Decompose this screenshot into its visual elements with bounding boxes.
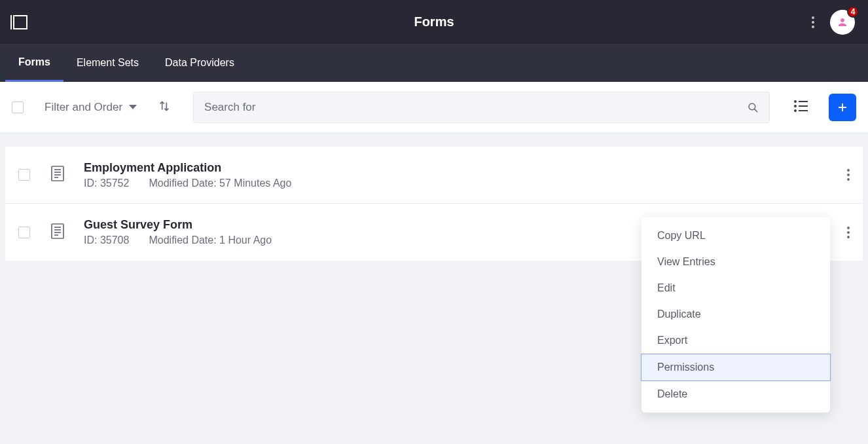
svg-rect-10 bbox=[52, 166, 63, 181]
filter-order-button[interactable]: Filter and Order bbox=[45, 101, 137, 114]
header-bar: Forms 4 bbox=[0, 0, 868, 44]
select-all-checkbox[interactable] bbox=[12, 102, 24, 113]
tab-forms[interactable]: Forms bbox=[5, 44, 63, 82]
context-menu: Copy URL View Entries Edit Duplicate Exp… bbox=[642, 217, 830, 413]
row-actions-menu[interactable] bbox=[847, 227, 850, 238]
search-icon bbox=[747, 102, 759, 113]
row-id: ID: 35752 bbox=[84, 177, 146, 189]
page-title: Forms bbox=[414, 14, 454, 29]
menu-duplicate[interactable]: Duplicate bbox=[642, 301, 830, 327]
header-kebab-menu[interactable] bbox=[812, 16, 814, 28]
row-content: Guest Survey Form ID: 35708 Modified Dat… bbox=[84, 218, 272, 246]
filter-order-label: Filter and Order bbox=[45, 101, 122, 114]
row-actions-menu[interactable] bbox=[847, 169, 850, 181]
tab-element-sets[interactable]: Element Sets bbox=[63, 44, 152, 82]
row-modified: Modified Date: 57 Minutes Ago bbox=[149, 177, 291, 189]
menu-delete[interactable]: Delete bbox=[642, 381, 830, 407]
header-actions: 4 bbox=[812, 10, 855, 35]
menu-view-entries[interactable]: View Entries bbox=[642, 249, 830, 275]
user-menu[interactable]: 4 bbox=[830, 10, 855, 35]
view-toggle-button[interactable] bbox=[793, 98, 809, 117]
search-box[interactable] bbox=[193, 92, 770, 123]
row-id: ID: 35708 bbox=[84, 234, 146, 246]
menu-export[interactable]: Export bbox=[642, 327, 830, 354]
svg-point-5 bbox=[795, 101, 796, 102]
form-icon bbox=[50, 165, 65, 185]
notification-badge: 4 bbox=[847, 6, 859, 18]
panel-icon bbox=[13, 15, 27, 29]
menu-copy-url[interactable]: Copy URL bbox=[642, 223, 830, 249]
list-item[interactable]: Employment Application ID: 35752 Modifie… bbox=[5, 147, 863, 204]
panel-toggle-button[interactable] bbox=[13, 15, 27, 29]
caret-down-icon bbox=[129, 105, 137, 109]
search-input[interactable] bbox=[204, 101, 747, 114]
row-title: Employment Application bbox=[84, 161, 291, 175]
menu-permissions[interactable]: Permissions bbox=[641, 354, 831, 381]
row-checkbox[interactable] bbox=[18, 169, 30, 181]
svg-line-1 bbox=[755, 109, 757, 111]
plus-icon bbox=[837, 102, 848, 113]
row-checkbox[interactable] bbox=[18, 227, 30, 238]
tab-data-providers[interactable]: Data Providers bbox=[152, 44, 247, 82]
form-icon bbox=[50, 223, 65, 242]
row-content: Employment Application ID: 35752 Modifie… bbox=[84, 161, 291, 189]
toolbar: Filter and Order bbox=[0, 82, 868, 132]
svg-point-6 bbox=[795, 105, 796, 107]
tab-bar: Forms Element Sets Data Providers bbox=[0, 44, 868, 82]
sort-button[interactable] bbox=[158, 100, 171, 115]
row-title: Guest Survey Form bbox=[84, 218, 272, 232]
svg-point-7 bbox=[795, 110, 796, 111]
svg-rect-15 bbox=[52, 224, 63, 238]
menu-edit[interactable]: Edit bbox=[642, 275, 830, 301]
row-modified: Modified Date: 1 Hour Ago bbox=[149, 234, 272, 246]
add-button[interactable] bbox=[829, 94, 856, 121]
